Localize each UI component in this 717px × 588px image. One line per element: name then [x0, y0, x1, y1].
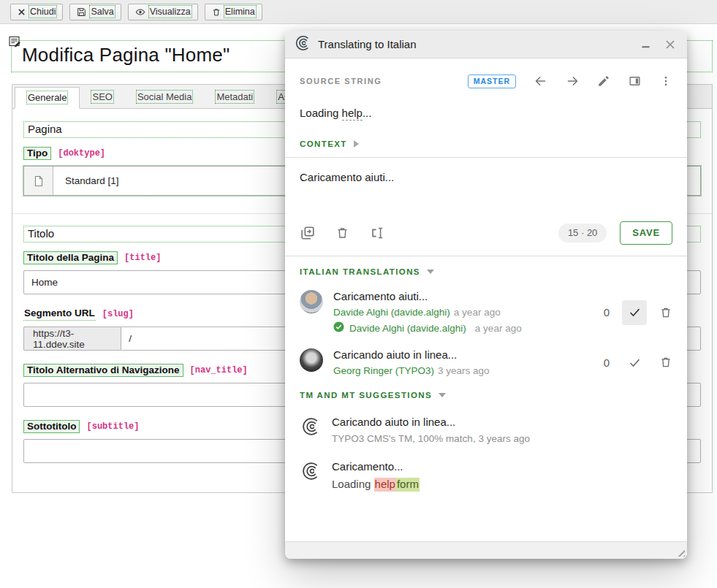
nav-title-field-code: [nav_title]	[190, 365, 248, 375]
type-field-code: [doktype]	[58, 148, 105, 159]
crowdin-tm-icon	[300, 416, 322, 444]
divider	[285, 157, 687, 158]
action-icons	[300, 225, 385, 241]
vote-count: 0	[604, 356, 610, 369]
select-text-icon[interactable]	[369, 225, 385, 241]
page-title-field-code: [title]	[124, 253, 161, 263]
master-badge: MASTER	[468, 75, 516, 88]
delete-button-label: Elimina	[225, 7, 255, 17]
close-icon	[18, 8, 26, 16]
context-label: CONTEXT	[300, 140, 347, 148]
tab-seo[interactable]: SEO	[80, 87, 124, 108]
minimize-icon[interactable]	[641, 39, 650, 49]
modal-header[interactable]: Translating to Italian	[285, 31, 687, 58]
source-string-row: SOURCE STRING MASTER	[300, 72, 672, 91]
author-name[interactable]: Georg Ringer (TYPO3)	[333, 365, 434, 376]
translation-author-line: Georg Ringer (TYPO3)3 years ago	[333, 365, 588, 376]
modal-title: Translating to Italian	[318, 38, 417, 50]
view-button[interactable]: Visualizza	[128, 4, 198, 20]
suggestion-text: Caricamento...	[332, 460, 420, 473]
approved-check-icon	[333, 321, 344, 335]
copy-source-icon[interactable]	[300, 225, 316, 241]
divider	[285, 256, 687, 256]
tab-metadata[interactable]: Metadati	[204, 87, 265, 108]
chevron-right-icon	[354, 140, 359, 148]
translation-text[interactable]: Caricando aiuto in linea...	[333, 348, 588, 361]
eye-icon	[135, 7, 145, 17]
tab-social-media[interactable]: Social Media	[125, 87, 204, 108]
resize-handle[interactable]	[675, 547, 685, 557]
delete-translation-icon[interactable]	[659, 355, 672, 370]
chevron-down-icon	[439, 393, 446, 397]
approver-name[interactable]: Davide Alghi (davide.alghi)	[349, 323, 466, 334]
context-row[interactable]: CONTEXT	[300, 140, 672, 148]
author-time: 3 years ago	[438, 365, 490, 376]
suggestion-meta: TYPO3 CMS's TM, 100% match, 3 years ago	[332, 433, 530, 444]
avatar	[300, 348, 323, 372]
save-button-label: Salva	[91, 7, 113, 17]
chevron-down-icon	[427, 270, 434, 274]
translation-text[interactable]: Caricamento aiuti...	[333, 290, 588, 302]
glossary-term[interactable]: help	[342, 107, 363, 121]
doktype-select-value: Standard [1]	[53, 167, 119, 195]
tm-suggestion[interactable]: Caricando aiuto in linea... TYPO3 CMS's …	[300, 416, 672, 444]
slug-prefix: https://t3-11.ddev.site	[23, 327, 121, 351]
save-button[interactable]: Salva	[69, 4, 121, 20]
subtitle-field-code: [subtitle]	[86, 421, 139, 432]
crowdin-logo-icon	[295, 35, 311, 54]
save-translation-button[interactable]: SAVE	[620, 221, 672, 245]
floppy-icon	[77, 7, 86, 17]
delete-translation-icon[interactable]	[659, 305, 672, 320]
side-panel-icon[interactable]	[627, 75, 642, 88]
type-field-label: Tipo	[23, 147, 51, 160]
kebab-menu-icon[interactable]	[659, 75, 672, 88]
modal-footer	[285, 541, 687, 559]
close-modal-icon[interactable]	[665, 39, 675, 50]
page-doc-icon	[24, 167, 53, 195]
translation-modal: Translating to Italian SOURCE STRING MAS…	[285, 31, 687, 559]
source-tools: MASTER	[468, 75, 672, 88]
suggestions-section-header[interactable]: TM AND MT SUGGESTIONS	[300, 391, 672, 400]
close-button[interactable]: Chiudi	[10, 4, 63, 20]
vote-count: 0	[604, 306, 610, 318]
slug-field-label: Segmento URL	[23, 308, 96, 321]
translations-section-header[interactable]: ITALIAN TRANSLATIONS	[300, 267, 672, 276]
nav-title-field-label: Titolo Alternativo di Navigazione	[23, 364, 183, 377]
author-name[interactable]: Davide Alghi (davide.alghi)	[333, 307, 450, 318]
translation-item: Caricamento aiuti... Davide Alghi (david…	[300, 290, 672, 335]
approve-button[interactable]	[622, 300, 647, 325]
slug-field-code: [slug]	[102, 309, 134, 319]
source-string-label: SOURCE STRING	[300, 77, 382, 85]
approve-button[interactable]	[622, 350, 647, 375]
suggestion-diff: Loading helpform	[332, 478, 420, 490]
diff-added: form	[396, 478, 420, 492]
subtitle-field-label: Sottotitolo	[23, 420, 80, 433]
diff-removed: help	[374, 478, 396, 492]
avatar	[300, 290, 323, 313]
doc-toolbar: Chiudi Salva Visualizza Elimina	[0, 0, 717, 24]
suggestion-text: Caricando aiuto in linea...	[332, 416, 530, 428]
translation-item: Caricando aiuto in linea... Georg Ringer…	[300, 348, 672, 376]
window-controls	[641, 39, 675, 50]
modal-body: SOURCE STRING MASTER Lo	[285, 58, 687, 541]
source-text: Loading help...	[300, 107, 672, 119]
edit-note-icon[interactable]	[9, 36, 21, 51]
close-button-label: Chiudi	[30, 7, 56, 17]
author-time: a year ago	[454, 307, 501, 318]
translation-author-line: Davide Alghi (davide.alghi)a year ago	[333, 307, 588, 318]
prev-string-icon[interactable]	[533, 75, 548, 88]
page-title-field-label: Titolo della Pagina	[23, 251, 118, 264]
delete-button[interactable]: Elimina	[205, 4, 262, 20]
clear-translation-icon[interactable]	[335, 225, 349, 241]
next-string-icon[interactable]	[565, 75, 580, 88]
translation-textarea[interactable]: Caricamento aiuti...	[300, 171, 672, 219]
approver-time: a year ago	[475, 323, 522, 334]
edit-pencil-icon[interactable]	[597, 75, 610, 88]
view-button-label: Visualizza	[150, 7, 191, 17]
trash-icon	[212, 7, 221, 17]
char-counter: 15 · 20	[558, 224, 607, 243]
tm-suggestion[interactable]: Caricamento... Loading helpform	[300, 460, 672, 490]
translation-action-row: 15 · 20 SAVE	[300, 219, 672, 247]
tab-general[interactable]: Generale	[15, 87, 80, 109]
action-right: 15 · 20 SAVE	[558, 221, 672, 245]
